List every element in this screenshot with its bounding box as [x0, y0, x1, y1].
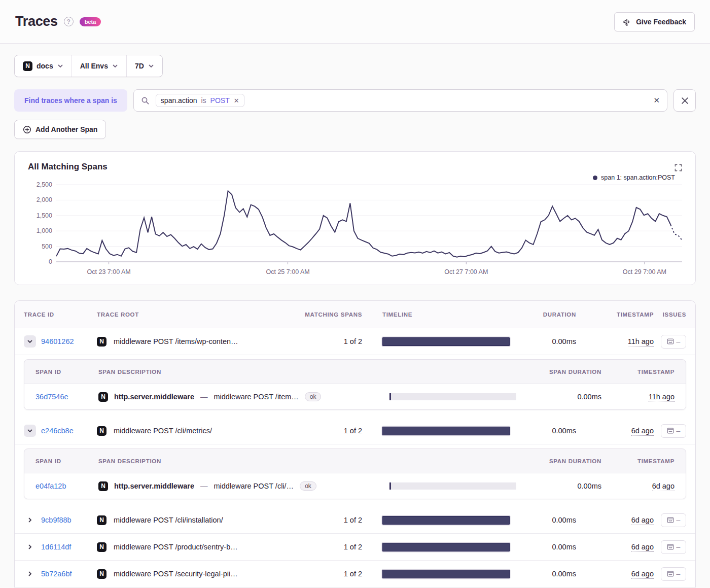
- add-another-span-label: Add Another Span: [36, 125, 97, 133]
- col-issues: ISSUES: [654, 312, 686, 318]
- trace-root-text: middleware POST /security-legal-pii…: [114, 570, 238, 578]
- timeline-bar[interactable]: [382, 337, 510, 346]
- table-row[interactable]: e246cb8e N middleware POST /cli/metrics/…: [15, 418, 695, 444]
- trace-root-text: middleware POST /items/wp-conten…: [114, 337, 238, 345]
- legend-label: span 1: span.action:POST: [601, 174, 675, 181]
- col-span-description: SPAN DESCRIPTION: [98, 369, 389, 375]
- span-op: http.server.middleware: [114, 393, 194, 401]
- timeline-bar[interactable]: [382, 543, 510, 551]
- issues-button[interactable]: –: [661, 567, 686, 581]
- project-filter[interactable]: N docs: [15, 55, 72, 77]
- search-icon: [141, 96, 150, 105]
- span-id-link[interactable]: e04fa12b: [36, 482, 66, 490]
- y-axis-tick-label: 0: [49, 258, 52, 265]
- expand-row-button[interactable]: [24, 517, 36, 523]
- span-row[interactable]: 36d7546e N http.server.middleware — midd…: [24, 384, 686, 409]
- add-another-span-button[interactable]: Add Another Span: [14, 120, 106, 139]
- trace-id-link[interactable]: e246cb8e: [41, 427, 74, 435]
- col-trace-root: TRACE ROOT: [97, 312, 285, 318]
- issues-button[interactable]: –: [661, 513, 686, 527]
- timestamp-value[interactable]: 6d ago: [631, 516, 654, 525]
- span-id-link[interactable]: 36d7546e: [36, 393, 68, 401]
- chevron-down-icon: [148, 63, 154, 69]
- nextjs-project-icon: N: [98, 392, 108, 402]
- col-span-timestamp: TIMESTAMP: [601, 369, 674, 375]
- token-remove-icon[interactable]: ✕: [234, 97, 239, 105]
- span-duration-value: 0.00ms: [516, 482, 601, 490]
- timeline-bar[interactable]: [382, 516, 510, 525]
- issues-icon: [667, 338, 674, 345]
- issues-button[interactable]: –: [661, 424, 686, 438]
- chart-legend[interactable]: span 1: span.action:POST: [25, 174, 675, 181]
- span-description-text: middleware POST /cli/…: [214, 482, 294, 490]
- help-icon[interactable]: ?: [64, 17, 74, 26]
- megaphone-icon: [623, 17, 632, 26]
- timeline-bar[interactable]: [382, 427, 510, 435]
- y-axis-tick-label: 2,000: [37, 196, 52, 203]
- expand-row-button[interactable]: [24, 571, 36, 577]
- col-span-timestamp: TIMESTAMP: [601, 458, 674, 464]
- give-feedback-button[interactable]: Give Feedback: [614, 12, 695, 31]
- trace-root-text: middleware POST /product/sentry-b…: [114, 543, 238, 551]
- col-duration: DURATION: [510, 312, 576, 318]
- trace-id-link[interactable]: 1d6114df: [41, 543, 71, 551]
- x-axis-tick-label: Oct 23 7:00 AM: [87, 268, 131, 275]
- table-row[interactable]: 1d6114df N middleware POST /product/sent…: [15, 534, 695, 561]
- table-row[interactable]: 5b72a6bf N middleware POST /security-leg…: [15, 561, 695, 587]
- span-search-input[interactable]: span.action is POST ✕ ✕: [133, 89, 667, 112]
- date-range-filter[interactable]: 7D: [126, 55, 162, 77]
- issues-button[interactable]: –: [661, 540, 686, 554]
- remove-query-row-button[interactable]: [673, 89, 696, 112]
- y-axis-tick-label: 1,500: [37, 212, 52, 219]
- page-title: Traces: [15, 14, 58, 29]
- environment-filter-label: All Envs: [80, 62, 108, 70]
- issues-count-dash: –: [677, 570, 681, 578]
- token-value: POST: [210, 96, 230, 105]
- environment-filter[interactable]: All Envs: [72, 55, 126, 77]
- issues-count-dash: –: [677, 337, 681, 345]
- span-duration-value: 0.00ms: [516, 393, 601, 401]
- timestamp-value[interactable]: 6d ago: [631, 570, 654, 579]
- span-timestamp-value[interactable]: 6d ago: [652, 482, 674, 491]
- expand-chart-icon[interactable]: [674, 164, 682, 171]
- span-timeline-track[interactable]: [389, 482, 516, 490]
- span-timeline-track[interactable]: [389, 393, 516, 400]
- matching-spans-value: 1 of 2: [285, 427, 362, 435]
- timestamp-value[interactable]: 11h ago: [628, 337, 654, 347]
- trace-id-link[interactable]: 9cb9f88b: [41, 516, 72, 524]
- nextjs-project-icon: N: [97, 337, 106, 347]
- plus-circle-icon: [23, 125, 31, 134]
- span-timestamp-value[interactable]: 11h ago: [649, 393, 674, 402]
- spans-line-chart[interactable]: [56, 182, 682, 264]
- duration-value: 0.00ms: [510, 427, 576, 435]
- table-row[interactable]: 94601262 N middleware POST /items/wp-con…: [15, 328, 695, 355]
- issues-icon: [667, 543, 674, 550]
- chart-y-axis: 2,5002,0001,5001,0005000: [25, 182, 56, 264]
- issues-icon: [667, 516, 674, 524]
- nextjs-project-icon: N: [97, 542, 106, 552]
- chart-title: All Matching Spans: [25, 162, 682, 172]
- matching-spans-value: 1 of 2: [285, 570, 362, 578]
- span-timeline-tick: [389, 393, 391, 400]
- trace-id-link[interactable]: 94601262: [41, 337, 74, 345]
- table-row[interactable]: 9cb9f88b N middleware POST /cli/installa…: [15, 507, 695, 534]
- trace-id-link[interactable]: 5b72a6bf: [41, 570, 72, 578]
- trace-root-text: middleware POST /cli/metrics/: [114, 427, 212, 435]
- collapse-row-button[interactable]: [24, 335, 36, 348]
- issues-icon: [667, 570, 674, 577]
- col-matching-spans: MATCHING SPANS: [285, 312, 362, 318]
- expand-row-button[interactable]: [24, 544, 36, 550]
- table-header-row: TRACE ID TRACE ROOT MATCHING SPANS TIMEL…: [15, 301, 695, 328]
- collapse-row-button[interactable]: [24, 425, 36, 437]
- date-range-filter-label: 7D: [135, 62, 144, 70]
- span-row[interactable]: e04fa12b N http.server.middleware — midd…: [24, 473, 686, 499]
- page-filter-bar: N docs All Envs 7D: [14, 55, 163, 77]
- timestamp-value[interactable]: 6d ago: [631, 427, 654, 436]
- search-clear-icon[interactable]: ✕: [653, 96, 660, 105]
- timestamp-value[interactable]: 6d ago: [631, 543, 654, 552]
- timeline-bar[interactable]: [382, 570, 510, 578]
- matching-spans-value: 1 of 2: [285, 337, 362, 345]
- give-feedback-label: Give Feedback: [636, 18, 686, 26]
- issues-button[interactable]: –: [661, 335, 686, 349]
- search-filter-token[interactable]: span.action is POST ✕: [156, 94, 244, 107]
